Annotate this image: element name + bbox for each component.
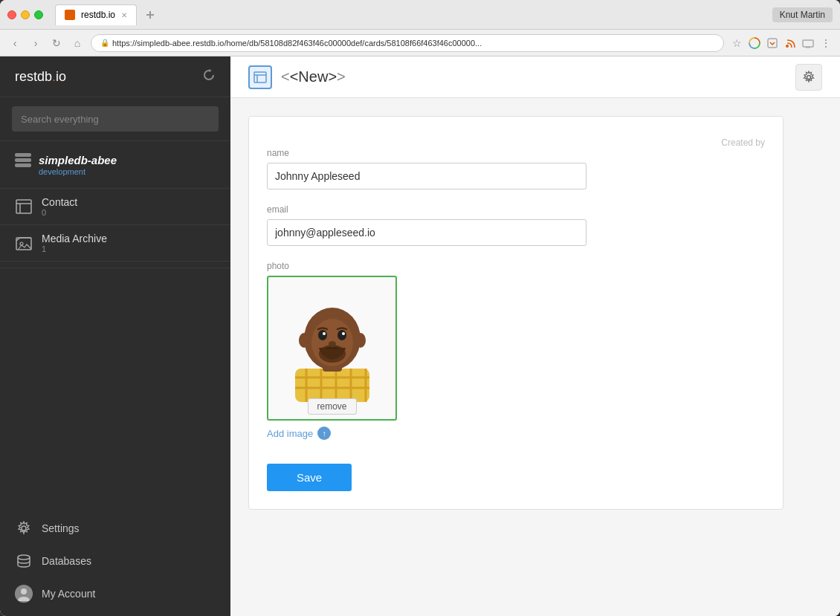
media-archive-collection-count: 1 [42,244,107,253]
user-profile-label[interactable]: Knut Martin [772,7,833,22]
svg-rect-5 [803,40,813,47]
svg-point-34 [337,330,346,340]
app-body: restdb.io [0,56,840,616]
settings-label: Settings [42,522,80,534]
ssl-lock-icon: 🔒 [100,39,109,47]
contact-collection-count: 0 [42,208,77,217]
address-bar: ‹ › ↻ ⌂ 🔒 https://simpledb-abee.restdb.i… [0,30,840,56]
svg-point-12 [22,526,26,531]
main-content: <<New>> Created by [230,56,840,616]
maximize-window-button[interactable] [34,10,43,19]
name-input[interactable] [267,163,587,189]
page-title-area: <<New>> [248,65,346,89]
svg-point-30 [299,333,309,348]
remove-image-button[interactable]: remove [307,398,356,415]
minimize-window-button[interactable] [21,10,30,19]
sidebar-header: restdb.io [0,56,230,97]
tab-title: restdb.io [81,10,115,20]
traffic-lights [7,10,43,19]
my-account-label: My Account [42,588,95,600]
db-section: simpledb-abee development [0,141,230,189]
tab-favicon [65,10,75,20]
pocket-icon[interactable] [766,36,779,50]
add-image-link[interactable]: Add image ↑ [267,427,765,440]
svg-point-15 [21,589,27,594]
color-picker-icon[interactable] [748,36,761,50]
svg-rect-3 [768,39,777,48]
bookmark-icon[interactable]: ☆ [730,36,743,50]
settings-icon [15,519,33,537]
forward-button[interactable]: › [28,36,43,51]
email-input[interactable] [267,219,587,246]
page-icon [248,65,272,89]
logo-area: restdb.io [15,69,66,85]
contact-collection-icon [15,198,33,215]
photo-avatar [280,291,384,406]
sidebar-item-media-archive[interactable]: Media Archive 1 [0,225,230,262]
close-window-button[interactable] [7,10,16,19]
add-image-label: Add image [267,428,313,439]
back-button[interactable]: ‹ [7,36,22,51]
app-window: restdb.io ✕ Knut Martin ‹ › ↻ ⌂ 🔒 https:… [0,0,840,616]
main-header: <<New>> [230,56,840,98]
svg-rect-16 [254,72,266,82]
svg-point-31 [355,333,366,348]
db-header: simpledb-abee [15,153,216,167]
svg-point-13 [18,555,30,560]
refresh-button[interactable] [202,68,216,85]
sidebar-item-my-account[interactable]: My Account [0,577,230,610]
more-options-icon[interactable]: ⋮ [819,36,833,50]
tab-area: restdb.io ✕ [55,4,766,25]
account-avatar [15,585,33,603]
save-button[interactable]: Save [267,464,352,491]
sidebar-item-settings[interactable]: Settings [0,512,230,545]
contact-collection-name: Contact [42,196,77,208]
sidebar: restdb.io [0,56,230,616]
created-by-label: Created by [721,137,765,148]
email-field-label: email [267,204,765,215]
tab-close-button[interactable]: ✕ [121,11,127,19]
svg-point-19 [807,75,811,79]
search-input[interactable] [12,106,219,132]
svg-point-33 [318,330,327,340]
page-title: <<New>> [281,68,346,85]
svg-rect-1 [149,11,151,19]
name-field-label: name [267,148,765,158]
record-container: Created by name email [248,116,784,510]
rss-icon[interactable] [784,36,797,50]
upload-icon: ↑ [317,427,331,440]
photo-field-group: photo [267,261,765,440]
sidebar-item-databases[interactable]: Databases [0,545,230,577]
database-icon [15,153,31,167]
title-bar: restdb.io ✕ Knut Martin [0,0,840,30]
databases-label: Databases [42,555,91,567]
db-env: development [39,167,216,176]
svg-rect-6 [806,47,810,48]
svg-rect-7 [16,200,31,213]
db-name: simpledb-abee [39,154,117,166]
address-actions: ☆ [730,36,833,50]
active-tab[interactable]: restdb.io ✕ [55,4,137,25]
media-archive-collection-name: Media Archive [42,233,107,244]
photo-field-label: photo [267,261,765,271]
svg-point-4 [786,45,789,48]
search-area [0,97,230,141]
sidebar-bottom: Settings Databases [0,506,230,616]
home-button[interactable]: ⌂ [70,36,85,51]
name-field-group: name [267,148,765,189]
contact-collection-info: Contact 0 [42,196,77,217]
email-field-group: email [267,204,765,246]
page-title-text: <New> [290,68,337,85]
url-text: https://simpledb-abee.restdb.io/home/db/… [112,39,482,48]
photo-container: remove [267,276,397,421]
sidebar-item-contact[interactable]: Contact 0 [0,189,230,225]
reload-button[interactable]: ↻ [49,36,64,51]
svg-point-36 [342,332,345,335]
databases-icon [15,552,33,570]
new-tab-button[interactable] [141,6,159,24]
settings-button[interactable] [795,64,822,91]
svg-point-35 [323,332,326,335]
address-field[interactable]: 🔒 https://simpledb-abee.restdb.io/home/d… [91,34,724,52]
cast-icon[interactable] [801,36,815,50]
media-archive-collection-info: Media Archive 1 [42,233,107,253]
